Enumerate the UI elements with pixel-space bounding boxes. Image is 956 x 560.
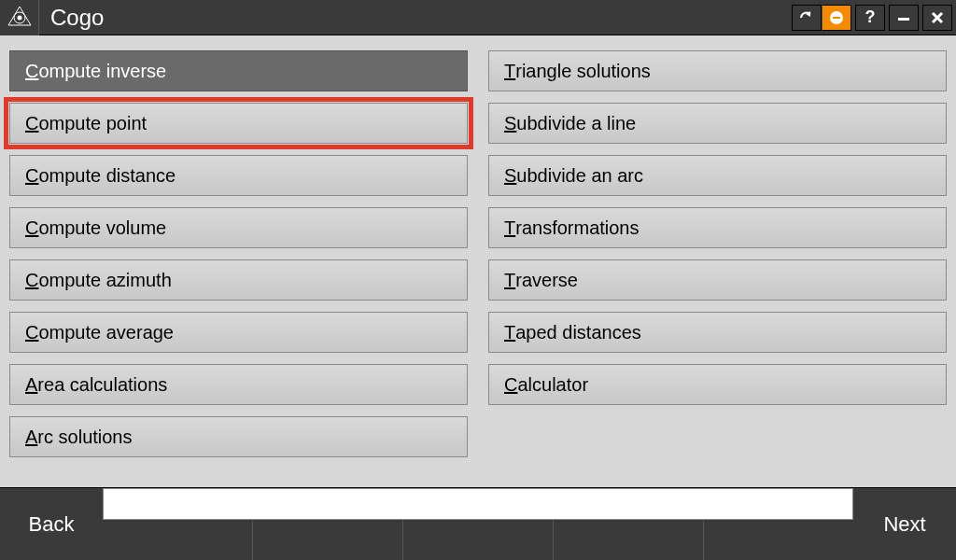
menu-item[interactable]: Compute volume: [9, 207, 468, 248]
menu-item-accelerator: A: [25, 374, 37, 396]
menu-item-label: rc solutions: [37, 427, 132, 448]
menu-item-label: ompute azimuth: [38, 270, 171, 291]
menu-column-right: Triangle solutionsSubdivide a lineSubdiv…: [488, 50, 947, 478]
menu-item[interactable]: Subdivide an arc: [488, 155, 947, 196]
menu-item-label: rea calculations: [37, 374, 167, 396]
menu-item-label: ubdivide a line: [516, 113, 636, 134]
sync-icon[interactable]: [792, 5, 822, 31]
menu-item[interactable]: Compute average: [9, 312, 468, 353]
back-button[interactable]: Back: [0, 488, 103, 560]
window-title: Cogo: [39, 5, 792, 31]
highlighted-menu-item: Compute point: [9, 103, 468, 144]
menu-item-accelerator: T: [504, 217, 515, 239]
menu-item-accelerator: A: [25, 427, 37, 448]
menu-item[interactable]: Compute distance: [9, 155, 468, 196]
menu-item-accelerator: C: [25, 165, 38, 187]
bottombar-middle: [103, 488, 853, 560]
menu-item-accelerator: T: [504, 61, 515, 82]
menu-item-label: alculator: [517, 374, 588, 396]
menu-item-label: ompute distance: [38, 165, 176, 187]
softkey-5[interactable]: [703, 520, 853, 560]
menu-item[interactable]: Compute azimuth: [9, 259, 468, 301]
help-button[interactable]: ?: [855, 5, 885, 31]
menu-item-accelerator: S: [504, 113, 516, 134]
svg-rect-5: [833, 17, 840, 19]
menu-item-label: ompute inverse: [38, 61, 166, 82]
menu-item[interactable]: Area calculations: [9, 364, 468, 405]
titlebar: Cogo ?: [0, 0, 956, 35]
softkey-4[interactable]: [553, 520, 703, 560]
close-button[interactable]: [922, 5, 952, 31]
menu-item[interactable]: Compute inverse: [9, 50, 468, 91]
menu-item-label: ubdivide an arc: [516, 165, 643, 187]
menu-item-accelerator: C: [25, 217, 38, 239]
menu-item-label: aped distances: [515, 322, 641, 343]
menu-item-accelerator: T: [504, 270, 515, 291]
stop-icon[interactable]: [822, 5, 851, 31]
menu-item-accelerator: C: [504, 374, 517, 396]
menu-item-label: ransformations: [515, 217, 639, 239]
svg-point-2: [17, 15, 21, 20]
menu-item[interactable]: Transformations: [488, 207, 947, 248]
menu-item-accelerator: C: [25, 113, 38, 134]
softkey-row: [103, 520, 853, 560]
status-strip: [103, 488, 853, 520]
menu-item[interactable]: Traverse: [488, 259, 947, 301]
minimize-button[interactable]: [889, 5, 919, 31]
menu-item[interactable]: Calculator: [488, 364, 947, 405]
menu-item-label: ompute volume: [38, 217, 166, 239]
menu-item[interactable]: Taped distances: [488, 312, 947, 353]
next-button[interactable]: Next: [853, 488, 956, 560]
menu-item-accelerator: S: [504, 165, 516, 187]
menu-item-label: riangle solutions: [515, 61, 651, 82]
menu-column-left: Compute inverseCompute pointCompute dist…: [9, 50, 468, 478]
softkey-3[interactable]: [402, 520, 553, 560]
menu-item-accelerator: C: [25, 61, 38, 82]
bottombar: Back Next: [0, 487, 956, 560]
menu-item[interactable]: Compute point: [9, 103, 468, 144]
menu-item-accelerator: C: [25, 270, 38, 291]
menu-item-accelerator: C: [25, 322, 38, 343]
app-logo-icon: [0, 0, 39, 35]
main-menu: Compute inverseCompute pointCompute dist…: [0, 35, 956, 487]
menu-item-label: raverse: [515, 270, 578, 291]
svg-rect-6: [898, 18, 909, 21]
menu-item[interactable]: Triangle solutions: [488, 50, 947, 91]
softkey-1[interactable]: [103, 520, 252, 560]
menu-item-label: ompute average: [38, 322, 174, 343]
menu-item[interactable]: Arc solutions: [9, 416, 468, 457]
menu-item-accelerator: T: [504, 322, 515, 343]
softkey-2[interactable]: [252, 520, 402, 560]
menu-item-label: ompute point: [38, 113, 147, 134]
menu-item[interactable]: Subdivide a line: [488, 103, 947, 144]
